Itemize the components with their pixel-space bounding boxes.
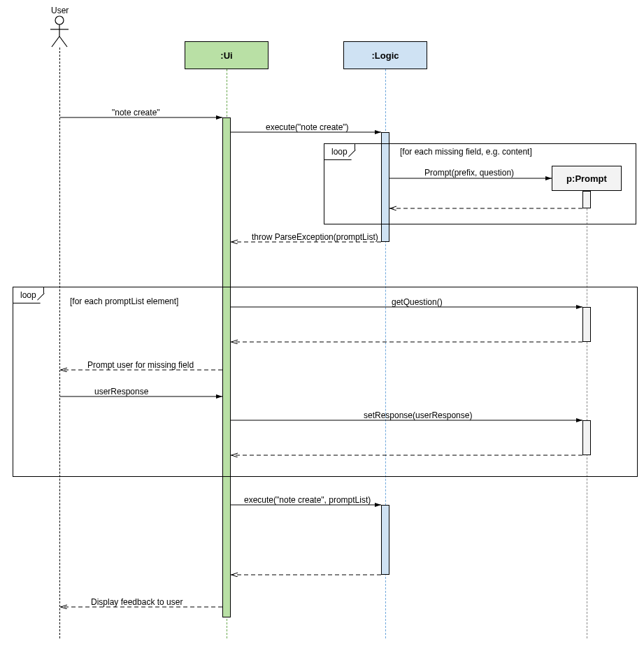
loop-box-2 xyxy=(13,287,638,477)
lifeline-head-ui: :Ui xyxy=(185,41,269,69)
msg-prompt-user: Prompt user for missing field xyxy=(87,360,194,370)
activation-logic-2 xyxy=(381,505,389,575)
msg-throw-parse: throw ParseException(promptList) xyxy=(252,232,378,242)
msg-prompt-create: Prompt(prefix, question) xyxy=(424,168,514,178)
msg-execute-1: execute("note create") xyxy=(266,122,349,132)
loop-guard-2: [for each promptList element] xyxy=(70,296,178,306)
lifeline-head-logic: :Logic xyxy=(343,41,427,69)
loop-tag-1: loop xyxy=(324,143,355,160)
msg-execute-2: execute("note create", promptList) xyxy=(244,495,371,505)
actor-user-label: User xyxy=(51,6,69,15)
lifeline-head-prompt: p:Prompt xyxy=(552,166,622,191)
lifeline-head-ui-label: :Ui xyxy=(220,50,232,61)
lifeline-head-logic-label: :Logic xyxy=(372,50,399,61)
actor-user-icon xyxy=(50,15,69,48)
loop-tag-1-label: loop xyxy=(331,147,348,157)
loop-tag-2-label: loop xyxy=(20,290,36,300)
msg-user-response: userResponse xyxy=(94,387,148,396)
loop-guard-1: [for each missing field, e.g. content] xyxy=(400,147,532,157)
svg-point-0 xyxy=(55,16,64,24)
msg-display-feedback: Display feedback to user xyxy=(91,597,183,607)
msg-getquestion: getQuestion() xyxy=(392,297,443,307)
lifeline-head-prompt-label: p:Prompt xyxy=(566,173,607,184)
sequence-diagram: User :Ui :Logic loop [for each missing f… xyxy=(0,0,644,658)
svg-line-3 xyxy=(52,36,59,47)
svg-line-4 xyxy=(59,36,67,47)
msg-note-create: "note create" xyxy=(112,108,160,117)
loop-tag-2: loop xyxy=(13,287,44,303)
msg-setresponse: setResponse(userResponse) xyxy=(364,410,472,420)
